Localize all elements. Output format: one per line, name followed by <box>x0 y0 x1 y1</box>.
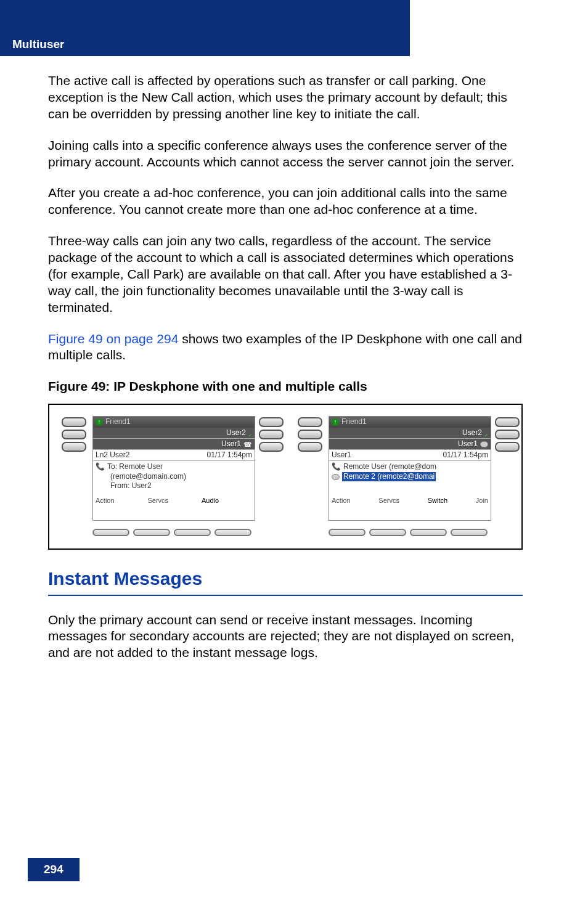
handset-off-icon: 📞 <box>332 462 341 472</box>
header-bar: Multiuser <box>0 33 410 56</box>
phone-left-line2: User2 ⸝ <box>93 428 255 439</box>
phone-right-sk2: Servcs <box>378 496 399 505</box>
side-key-l2 <box>298 430 322 439</box>
arrow-up-icon: ↑ <box>96 418 103 426</box>
phone-left-line3: User1 ☎ <box>93 439 255 450</box>
phone-left-body-l1: To: Remote User <box>107 462 163 472</box>
side-key-l2 <box>62 430 86 439</box>
figure-caption: Figure 49: IP Deskphone with one and mul… <box>48 378 523 395</box>
paragraph-4: Three-way calls can join any two calls, … <box>48 233 523 316</box>
phone-left-softkeys: Action Servcs Audio <box>93 495 255 505</box>
softkey-slot <box>133 529 170 536</box>
phone-right-sk1: Action <box>332 496 351 505</box>
phone-icon: ☎ <box>243 440 252 449</box>
cloud-icon <box>332 474 340 480</box>
phone-right-screen: ↑ Friend1 User2 ⸝ User1 User1 01/17 1:54… <box>329 416 491 521</box>
softkey-slot <box>174 529 211 536</box>
phone-right-status-right: 01/17 1:54pm <box>443 450 488 460</box>
phone-right: ↑ Friend1 User2 ⸝ User1 User1 01/17 1:54… <box>292 416 515 536</box>
page-number: 294 <box>28 858 80 881</box>
arrow-up-icon: ↑ <box>332 418 339 426</box>
phone-left-status-right: 01/17 1:54pm <box>207 450 252 460</box>
figure-link[interactable]: Figure 49 on page 294 <box>48 332 178 346</box>
phone-left-line3-label: User1 <box>221 439 241 449</box>
phone-right-softkeys: Action Servcs Switch Join <box>329 495 491 505</box>
side-key-l1 <box>62 417 86 427</box>
side-key-l3 <box>298 442 322 452</box>
phone-right-title: Friend1 <box>341 417 367 426</box>
phone-right-line3: User1 <box>329 439 491 450</box>
phone-right-body-l2: Remote 2 (remote2@domai <box>342 472 436 482</box>
softkey-slot <box>369 529 406 536</box>
softkey-slot <box>410 529 447 536</box>
phone-right-bottom-keys <box>329 529 488 536</box>
softkey-slot <box>451 529 488 536</box>
phone-left-bottom-keys <box>92 529 251 536</box>
phone-left-line2-label: User2 <box>226 428 246 438</box>
phone-left-sk2: Servcs <box>147 496 168 505</box>
phone-right-body: 📞Remote User (remote@dom Remote 2 (remot… <box>329 461 491 494</box>
phone-right-sk3: Switch <box>428 496 447 505</box>
phone-right-sk4: Join <box>476 496 488 505</box>
phone-right-line2-label: User2 <box>462 428 482 438</box>
paragraph-5: Figure 49 on page 294 shows two examples… <box>48 331 523 364</box>
phone-right-status-left: User1 <box>332 450 351 460</box>
softkey-slot <box>329 529 365 536</box>
phone-left-body: 📞To: Remote User (remote@domain.com) Fro… <box>93 461 255 494</box>
handset-off-icon: 📞 <box>96 462 105 472</box>
side-key-r2 <box>495 430 520 439</box>
cloud-icon <box>480 441 488 447</box>
phone-left-title: Friend1 <box>105 417 131 426</box>
phone-left-sk1: Action <box>96 496 115 505</box>
paragraph-6: Only the primary account can send or rec… <box>48 612 523 662</box>
content-area: The active call is affected by operation… <box>48 73 523 676</box>
handset-icon: ⸝ <box>484 428 488 438</box>
phone-right-line3-label: User1 <box>458 439 478 449</box>
side-key-r1 <box>495 417 520 427</box>
side-key-l3 <box>62 442 86 452</box>
softkey-slot <box>214 529 251 536</box>
paragraph-1: The active call is affected by operation… <box>48 73 523 123</box>
side-key-r2 <box>259 430 284 439</box>
phone-left-body-l2: (remote@domain.com) <box>110 472 186 482</box>
paragraph-3: After you create a ad-hoc conference, yo… <box>48 185 523 218</box>
section-heading: Instant Messages <box>48 567 523 595</box>
phone-right-status: User1 01/17 1:54pm <box>329 450 491 461</box>
phone-left-body-l3: From: User2 <box>110 481 152 491</box>
phone-left-screen: ↑ Friend1 User2 ⸝ User1 ☎ Ln2 User2 01/1… <box>92 416 255 521</box>
phone-left-titlebar: ↑ Friend1 <box>93 417 255 428</box>
side-key-r3 <box>259 442 284 452</box>
phone-left: ↑ Friend1 User2 ⸝ User1 ☎ Ln2 User2 01/1… <box>55 416 279 536</box>
phone-right-body-l1: Remote User (remote@dom <box>343 462 436 472</box>
paragraph-2: Joining calls into a specific conference… <box>48 137 523 171</box>
side-key-r3 <box>495 442 520 452</box>
phone-right-titlebar: ↑ Friend1 <box>329 417 491 428</box>
phone-left-sk3: Audio <box>202 496 219 505</box>
softkey-slot <box>92 529 129 536</box>
side-key-r1 <box>259 417 284 427</box>
phone-right-line2: User2 ⸝ <box>329 428 491 439</box>
top-blue-strip <box>0 0 410 33</box>
figure-box: ↑ Friend1 User2 ⸝ User1 ☎ Ln2 User2 01/1… <box>48 404 523 550</box>
handset-icon: ⸝ <box>248 428 252 438</box>
phone-left-status: Ln2 User2 01/17 1:54pm <box>93 450 255 461</box>
side-key-l1 <box>298 417 322 427</box>
phone-left-status-left: Ln2 User2 <box>96 450 129 460</box>
